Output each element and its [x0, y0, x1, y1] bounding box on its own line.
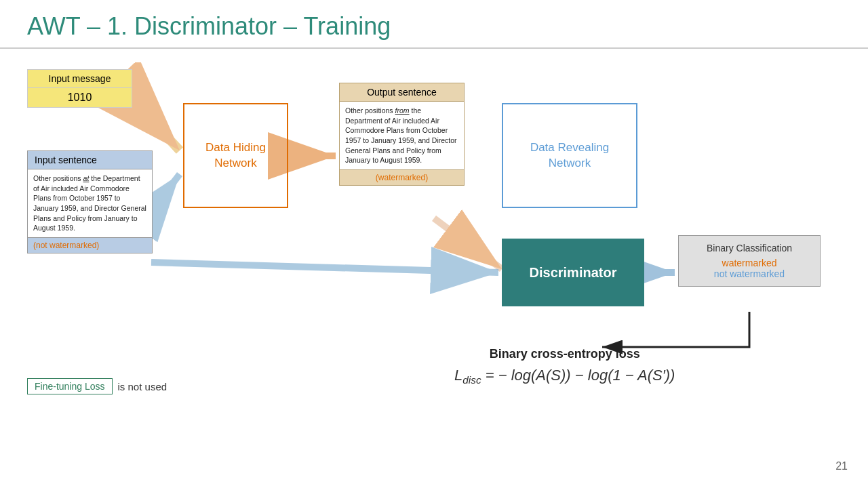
from-underline: from [395, 106, 410, 115]
title-prefix: AWT – [27, 12, 107, 40]
not-watermarked-label: (not watermarked) [27, 238, 153, 253]
slide-title: AWT – 1. Discriminator – Training [27, 12, 841, 41]
input-sentence-box: Input sentence Other positions at the De… [27, 150, 153, 253]
svg-line-4 [151, 174, 180, 211]
data-revealing-network-label: Data RevealingNetwork [530, 140, 609, 170]
binary-cross-entropy-title: Binary cross-entropy loss [454, 347, 675, 361]
discriminator-label: Discriminator [530, 265, 617, 281]
svg-line-6 [434, 218, 502, 269]
content-area: Input message 1010 Input sentence Other … [0, 49, 868, 483]
title-bar: AWT – 1. Discriminator – Training [0, 0, 868, 49]
input-message-label: Input message [27, 69, 132, 88]
binary-classification-title: Binary Classification [689, 243, 810, 253]
formula-area: Binary cross-entropy loss Ldisc = − log(… [454, 347, 675, 386]
output-sentence-label: Output sentence [339, 83, 465, 102]
data-revealing-network-box: Data RevealingNetwork [502, 103, 637, 208]
data-hiding-network-label: Data HidingNetwork [205, 140, 266, 170]
formula: Ldisc = − log(A(S)) − log(1 − A(S′)) [454, 367, 675, 386]
binary-classification-box: Binary Classification watermarked not wa… [678, 235, 821, 287]
input-sentence-text: Other positions at the Department of Air… [27, 169, 153, 238]
input-message-box: Input message 1010 [27, 69, 132, 108]
output-sentence-box: Output sentence Other positions from the… [339, 83, 465, 186]
binary-classification-watermarked: watermarked [689, 258, 810, 268]
title-highlight: 1. Discriminator [107, 12, 277, 40]
data-hiding-network-box: Data HidingNetwork [183, 103, 288, 208]
title-suffix: – Training [277, 12, 391, 40]
fine-tuning-box: Fine-tuning Loss is not used [27, 378, 167, 394]
watermarked-label: (watermarked) [339, 170, 465, 186]
output-sentence-text: Other positions from the Department of A… [339, 102, 465, 170]
svg-line-7 [151, 262, 498, 272]
slide: AWT – 1. Discriminator – Training [0, 0, 868, 488]
at-underline: at [83, 174, 90, 182]
fine-tuning-label: Fine-tuning Loss [27, 378, 113, 394]
svg-line-3 [132, 100, 180, 150]
diagram: Input message 1010 Input sentence Other … [27, 62, 841, 415]
fine-tuning-text: is not used [118, 381, 167, 392]
discriminator-box: Discriminator [502, 239, 644, 306]
binary-classification-not-watermarked: not watermarked [689, 268, 810, 279]
page-number: 21 [835, 460, 848, 472]
input-message-value: 1010 [27, 88, 132, 108]
input-sentence-label: Input sentence [27, 150, 153, 169]
